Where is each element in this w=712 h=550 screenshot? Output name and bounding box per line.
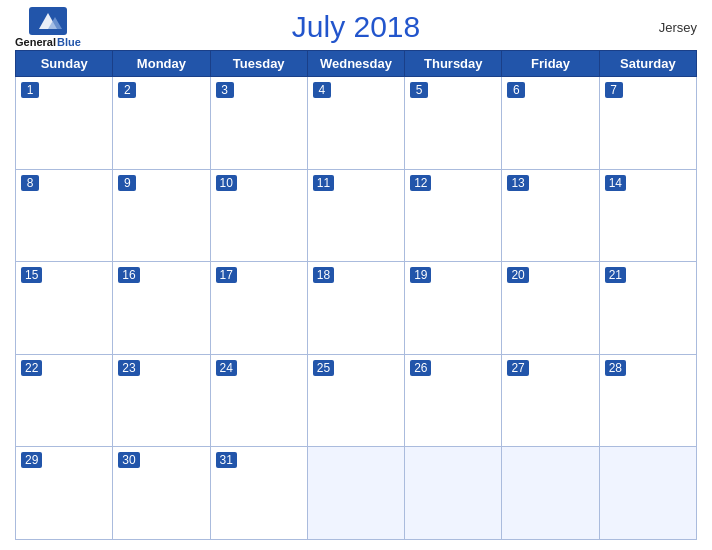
date-number: 21 [605,267,626,283]
calendar-table: SundayMondayTuesdayWednesdayThursdayFrid… [15,50,697,540]
date-number: 28 [605,360,626,376]
date-number: 30 [118,452,139,468]
calendar-day: 26 [405,354,502,447]
date-number: 9 [118,175,136,191]
location-label: Jersey [659,20,697,35]
date-number: 19 [410,267,431,283]
calendar-day: 9 [113,169,210,262]
calendar-week-row: 891011121314 [16,169,697,262]
calendar-day: 20 [502,262,599,355]
calendar-day: 14 [599,169,696,262]
calendar-day: 31 [210,447,307,540]
calendar-day: 18 [307,262,404,355]
calendar-day [405,447,502,540]
date-number: 1 [21,82,39,98]
calendar-day: 11 [307,169,404,262]
calendar-header: General Blue July 2018 Jersey [15,10,697,44]
calendar-day: 23 [113,354,210,447]
date-number: 24 [216,360,237,376]
calendar-day: 2 [113,77,210,170]
date-number: 26 [410,360,431,376]
date-number: 15 [21,267,42,283]
date-number: 23 [118,360,139,376]
logo-icon [29,7,67,35]
weekday-header-thursday: Thursday [405,51,502,77]
calendar-day: 6 [502,77,599,170]
weekday-header-sunday: Sunday [16,51,113,77]
calendar-day: 25 [307,354,404,447]
calendar-day: 3 [210,77,307,170]
date-number: 25 [313,360,334,376]
calendar-day: 4 [307,77,404,170]
calendar-day: 24 [210,354,307,447]
calendar-day: 28 [599,354,696,447]
logo-general-text: General [15,36,56,48]
weekday-header-row: SundayMondayTuesdayWednesdayThursdayFrid… [16,51,697,77]
date-number: 6 [507,82,525,98]
date-number: 10 [216,175,237,191]
date-number: 31 [216,452,237,468]
weekday-header-tuesday: Tuesday [210,51,307,77]
calendar-day: 7 [599,77,696,170]
date-number: 4 [313,82,331,98]
calendar-day: 10 [210,169,307,262]
calendar-week-row: 15161718192021 [16,262,697,355]
date-number: 18 [313,267,334,283]
calendar-day [502,447,599,540]
logo-blue-text: Blue [57,36,81,48]
weekday-header-wednesday: Wednesday [307,51,404,77]
calendar-week-row: 293031 [16,447,697,540]
month-title: July 2018 [292,10,420,44]
calendar-week-row: 1234567 [16,77,697,170]
date-number: 16 [118,267,139,283]
weekday-header-friday: Friday [502,51,599,77]
calendar-day: 30 [113,447,210,540]
date-number: 11 [313,175,334,191]
date-number: 13 [507,175,528,191]
weekday-header-saturday: Saturday [599,51,696,77]
date-number: 14 [605,175,626,191]
date-number: 20 [507,267,528,283]
date-number: 22 [21,360,42,376]
date-number: 7 [605,82,623,98]
calendar-day [599,447,696,540]
calendar-day: 1 [16,77,113,170]
calendar-day: 21 [599,262,696,355]
calendar-day: 12 [405,169,502,262]
calendar-week-row: 22232425262728 [16,354,697,447]
date-number: 12 [410,175,431,191]
calendar-day: 8 [16,169,113,262]
date-number: 17 [216,267,237,283]
weekday-header-monday: Monday [113,51,210,77]
date-number: 2 [118,82,136,98]
calendar-day: 15 [16,262,113,355]
date-number: 3 [216,82,234,98]
date-number: 27 [507,360,528,376]
date-number: 29 [21,452,42,468]
calendar-day: 16 [113,262,210,355]
calendar-day: 27 [502,354,599,447]
date-number: 8 [21,175,39,191]
date-number: 5 [410,82,428,98]
calendar-day: 17 [210,262,307,355]
logo: General Blue [15,7,81,48]
calendar-day: 22 [16,354,113,447]
calendar-day: 13 [502,169,599,262]
calendar-day: 5 [405,77,502,170]
calendar-day: 29 [16,447,113,540]
calendar-day [307,447,404,540]
calendar-day: 19 [405,262,502,355]
